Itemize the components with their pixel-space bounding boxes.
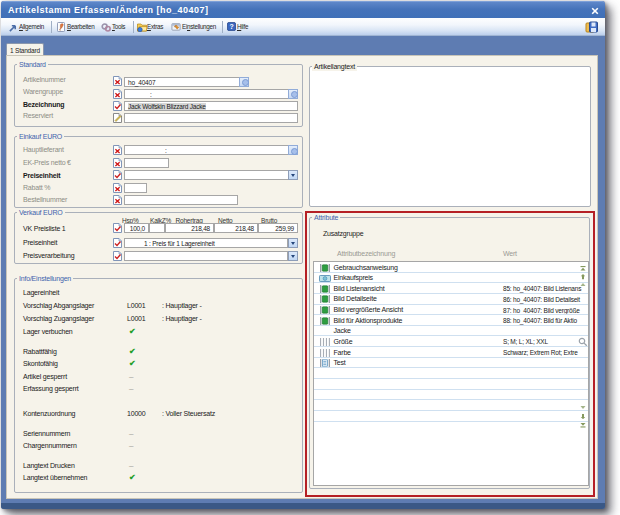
svg-text:?: ? <box>229 23 233 30</box>
